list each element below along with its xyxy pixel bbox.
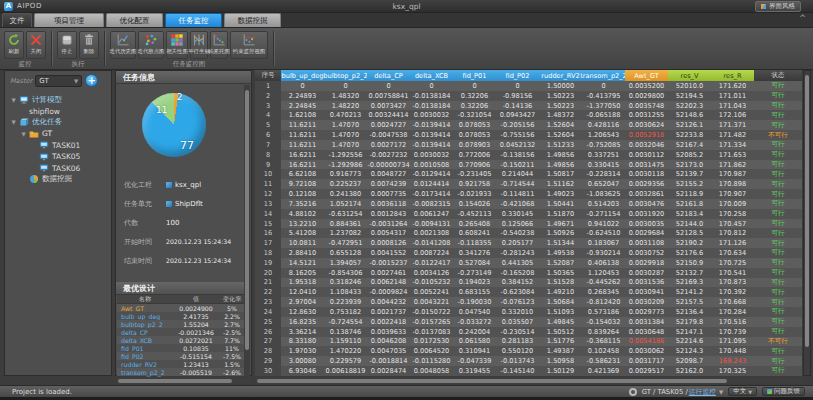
table-row[interactable]: 293.000800.229579-0.0018814-0.0115280-0.… [255, 356, 802, 366]
table-row[interactable]: 106.621080.9167730.0048727-0.0129414-0.2… [255, 169, 802, 179]
table-horizontal-scrollbar[interactable] [255, 378, 802, 384]
column-header-状态[interactable]: 状态 [754, 70, 802, 81]
tab-3[interactable]: 优化配置 [106, 13, 163, 27]
tree-item-GT[interactable]: ▼GT [5, 128, 111, 139]
column-header-res_V[interactable]: res_V [668, 70, 711, 81]
cell-Awt_GT: 0.0031475 [625, 160, 668, 170]
table-row[interactable]: 2212.04101.108433-0.00098240.00522410.68… [255, 287, 802, 297]
panel-scrollbar-thumb[interactable] [245, 90, 249, 350]
table-hscroll-thumb[interactable] [257, 379, 727, 383]
best-row-delta_CP[interactable]: delta_CP-0.0021346-2.5% [117, 328, 245, 336]
column-header-Awt_GT[interactable]: Awt_GT [625, 70, 668, 81]
panel-vertical-scrollbar[interactable] [244, 85, 250, 376]
table-row[interactable]: 711.62111.470700.0027172-0.01394140.0789… [255, 140, 802, 150]
panel-hscroll-thumb[interactable] [118, 379, 232, 383]
best-row-delta_XCB[interactable]: delta_XCB0.02720217.7% [117, 336, 245, 344]
table-row[interactable]: 611.62111.47070-0.0047538-0.01394140.078… [255, 130, 802, 140]
table-row[interactable]: 916.6211-1.292986-0.000007340.00105080.7… [255, 160, 802, 170]
best-row-fid_P02[interactable]: fid_P02-0.515154-7.5% [117, 352, 245, 360]
best-row-transom_p2_2[interactable]: transom_p2_2-0.005519-2.6% [117, 368, 245, 376]
best-row-fid_P01[interactable]: fid_P010.1083511% [117, 344, 245, 352]
column-header-rudder_RV2[interactable]: rudder_RV2 [539, 70, 582, 81]
tree-item-TASK05[interactable]: TASK05 [5, 151, 111, 162]
language-button[interactable]: 中文 ▼ [728, 387, 757, 396]
table-row[interactable]: 10000001.5000000.003520052010.0171.620可行 [255, 81, 802, 91]
tab-1[interactable]: 文件 [2, 13, 32, 27]
column-header-bulb_up_deg[interactable]: bulb_up_deg [281, 70, 324, 81]
table-row[interactable]: 41.621080.4702130.003244140.0030032-0.32… [255, 110, 802, 120]
column-header-transom_p2_2[interactable]: transom_p2_2 [582, 70, 625, 81]
ribbon-button-平行坐标[interactable]: 平行坐标 [190, 31, 208, 59]
table-row[interactable]: 119.721080.2252370.00742390.01244140.921… [255, 179, 802, 189]
column-header-delta_XCB[interactable]: delta_XCB [410, 70, 453, 81]
best-row-rudder_RV2[interactable]: rudder_RV21.234131.5% [117, 360, 245, 368]
table-row[interactable]: 137.352161.0521740.0036118-0.00823150.15… [255, 199, 802, 209]
cell-bulbtop_p2_2: 0.241380 [324, 189, 367, 199]
column-header-序号[interactable]: 序号 [255, 70, 281, 81]
table-row[interactable]: 1914.51211.394057-0.0015237-0.01224170.5… [255, 258, 802, 268]
tree-item-shipflow[interactable]: shipflow [5, 105, 111, 116]
breadcrumb-current[interactable]: 运行监控 [689, 387, 716, 397]
ribbon-button-约束监控视图[interactable]: 约束监控视图 [230, 31, 268, 59]
table-row[interactable]: 32.248451.482200.0073427-0.01381840.3220… [255, 101, 802, 111]
cell-delta_XCB: -0.0122417 [410, 258, 453, 268]
project-dropdown[interactable]: GT ▼ [35, 75, 82, 87]
ribbon-button-相关性图[interactable]: 相关性图 [166, 31, 188, 59]
table-row[interactable]: 232.970040.2239390.00442320.0043221-0.19… [255, 297, 802, 307]
expand-arrow-icon[interactable]: ▼ [11, 119, 16, 125]
best-row-Awt_GT[interactable]: Awt_GT0.00249005% [117, 304, 245, 312]
tree-item-TASK01[interactable]: TASK01 [5, 140, 111, 151]
table-row[interactable]: 1710.0811-0.4729510.0008126-0.0141208-0.… [255, 238, 802, 248]
add-project-button[interactable]: + [85, 74, 98, 87]
ribbon-button-迭代历史图[interactable]: 迭代历史图 [110, 31, 136, 59]
table-row[interactable]: 816.6211-1.292556-0.00272320.00300320.77… [255, 150, 802, 160]
ribbon-button-帕累托图[interactable]: 帕累托图 [210, 31, 228, 59]
table-row[interactable]: 211.953180.3182460.0062148-0.01052320.19… [255, 278, 802, 288]
table-row[interactable]: 182.884100.6551280.00415520.00872240.341… [255, 248, 802, 258]
column-header-fid_P01[interactable]: fid_P01 [453, 70, 496, 81]
table-row[interactable]: 22.248931.483200.00758841-0.01381840.322… [255, 91, 802, 101]
breadcrumb[interactable]: GT / TASK05 / 运行监控 ▼ [642, 387, 723, 397]
tree-item-计算模型[interactable]: ▼计算模型 [5, 94, 111, 105]
table-row[interactable]: 278.331801.1591100.00462080.01725300.061… [255, 337, 802, 347]
tree-item-数据挖掘[interactable]: 数据挖掘 [5, 174, 111, 185]
table-row[interactable]: 144.88102-0.6312540.00128430.0061247-0.4… [255, 209, 802, 219]
cell-delta_XCB: 0.0061247 [410, 209, 453, 219]
ui-style-button[interactable]: 界面风格 [755, 1, 801, 12]
table-vertical-scrollbar[interactable] [803, 70, 811, 376]
table-row[interactable]: 1513.22100.884361-0.0031264-0.00941310.2… [255, 219, 802, 229]
best-row-bulbtop_p2_2[interactable]: bulbtop_p2_21.552042.7% [117, 320, 245, 328]
table-row[interactable]: 281.970301.4702200.00470350.00645200.310… [255, 346, 802, 356]
tree-item-TASK06[interactable]: TASK06 [5, 162, 111, 173]
table-row[interactable]: 120.121080.2413800.0007735-0.0173414-0.0… [255, 189, 802, 199]
column-header-fid_P02[interactable]: fid_P02 [496, 70, 539, 81]
ribbon-button-停止[interactable]: 停止 [57, 31, 77, 59]
tab-2[interactable]: 项目管理 [34, 13, 104, 27]
panel-horizontal-scrollbar[interactable] [116, 378, 251, 384]
collapse-ribbon-icon[interactable]: ^ [799, 15, 806, 23]
column-header-delta_CP[interactable]: delta_CP [367, 70, 410, 81]
ribbon-button-刷新[interactable]: 刷新 [4, 31, 24, 59]
expand-arrow-icon[interactable]: ▼ [11, 97, 16, 103]
ribbon-button-关闭[interactable]: 关闭 [26, 31, 46, 59]
gear-icon[interactable] [629, 388, 637, 396]
cell-bulbtop_p2_2: 0.138746 [324, 327, 367, 337]
tab-4[interactable]: 任务监控 [165, 13, 222, 27]
table-scrollbar-thumb[interactable] [805, 75, 809, 347]
table-row[interactable]: 165.412081.2370820.00543170.00213080.608… [255, 228, 802, 238]
table-row[interactable]: 511.62111.470700.0024727-0.01394140.0780… [255, 120, 802, 130]
feedback-button[interactable]: 问题反馈 [762, 387, 805, 396]
table-row[interactable]: 208.16205-0.8543060.00274610.0034126-0.2… [255, 268, 802, 278]
ribbon-button-迭代散点图[interactable]: 迭代散点图 [138, 31, 164, 59]
table-row[interactable]: 2412.86300.7531820.0021737-0.01507220.04… [255, 307, 802, 317]
tree-item-优化任务[interactable]: ▼优化任务 [5, 117, 111, 128]
ribbon-button-删除[interactable]: 删除 [79, 31, 99, 59]
column-header-res_R[interactable]: res_R [711, 70, 754, 81]
tab-5[interactable]: 数据挖掘 [224, 13, 281, 27]
column-header-bulbtop_p2_2[interactable]: bulbtop_p2_2 [324, 70, 367, 81]
expand-arrow-icon[interactable]: ▼ [21, 131, 26, 137]
table-row[interactable]: 263.362140.1387460.0039633-0.01370830.24… [255, 327, 802, 337]
best-row-bulb_up_deg[interactable]: bulb_up_deg2.417352.2% [117, 312, 245, 320]
table-row[interactable]: 2516.8235-0.7245540.0022418-0.0157265-0.… [255, 317, 802, 327]
table-row[interactable]: 306.930460.006188190.00284740.00480580.3… [255, 366, 802, 376]
